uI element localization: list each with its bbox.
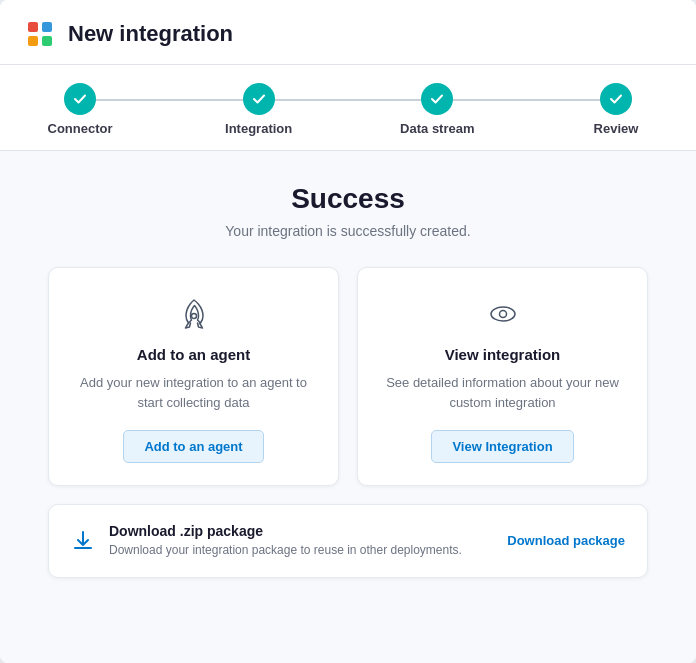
step-datastream-circle: [421, 83, 453, 115]
download-text-wrap: Download .zip package Download your inte…: [109, 523, 493, 559]
view-integration-card: View integration See detailed informatio…: [357, 267, 648, 486]
svg-point-6: [491, 307, 515, 321]
stepper-line: [90, 99, 606, 101]
step-datastream-label: Data stream: [400, 121, 474, 136]
rocket-icon: [176, 296, 212, 332]
step-integration-label: Integration: [225, 121, 292, 136]
add-agent-card: Add to an agent Add your new integration…: [48, 267, 339, 486]
eye-icon: [485, 296, 521, 332]
view-integration-card-desc: See detailed information about your new …: [380, 373, 625, 412]
window: New integration Connector Integration: [0, 0, 696, 663]
download-desc: Download your integration package to reu…: [109, 542, 493, 559]
page-title: New integration: [68, 21, 233, 47]
step-connector-circle: [64, 83, 96, 115]
svg-rect-4: [42, 36, 52, 46]
step-connector: Connector: [40, 83, 120, 136]
stepper-section: Connector Integration Data stream Review: [0, 65, 696, 151]
view-integration-button[interactable]: View Integration: [431, 430, 573, 463]
download-icon: [71, 529, 95, 553]
app-logo-icon: [24, 18, 56, 50]
step-review-label: Review: [594, 121, 639, 136]
action-cards-row: Add to an agent Add your new integration…: [48, 267, 648, 486]
svg-point-7: [499, 311, 506, 318]
step-review-circle: [600, 83, 632, 115]
view-integration-card-title: View integration: [445, 346, 561, 363]
step-review: Review: [576, 83, 656, 136]
main-content: Success Your integration is successfully…: [0, 151, 696, 663]
add-agent-card-desc: Add your new integration to an agent to …: [71, 373, 316, 412]
download-title: Download .zip package: [109, 523, 493, 539]
step-integration-circle: [243, 83, 275, 115]
step-datastream: Data stream: [397, 83, 477, 136]
step-connector-label: Connector: [48, 121, 113, 136]
success-title: Success: [291, 183, 405, 215]
header: New integration: [0, 0, 696, 65]
download-bar: Download .zip package Download your inte…: [48, 504, 648, 578]
success-subtitle: Your integration is successfully created…: [225, 223, 470, 239]
add-agent-card-title: Add to an agent: [137, 346, 250, 363]
svg-rect-1: [28, 22, 38, 32]
step-integration: Integration: [219, 83, 299, 136]
stepper: Connector Integration Data stream Review: [40, 83, 656, 136]
download-package-link[interactable]: Download package: [507, 533, 625, 548]
add-to-agent-button[interactable]: Add to an agent: [123, 430, 263, 463]
svg-point-5: [191, 314, 196, 319]
svg-rect-2: [42, 22, 52, 32]
svg-rect-3: [28, 36, 38, 46]
